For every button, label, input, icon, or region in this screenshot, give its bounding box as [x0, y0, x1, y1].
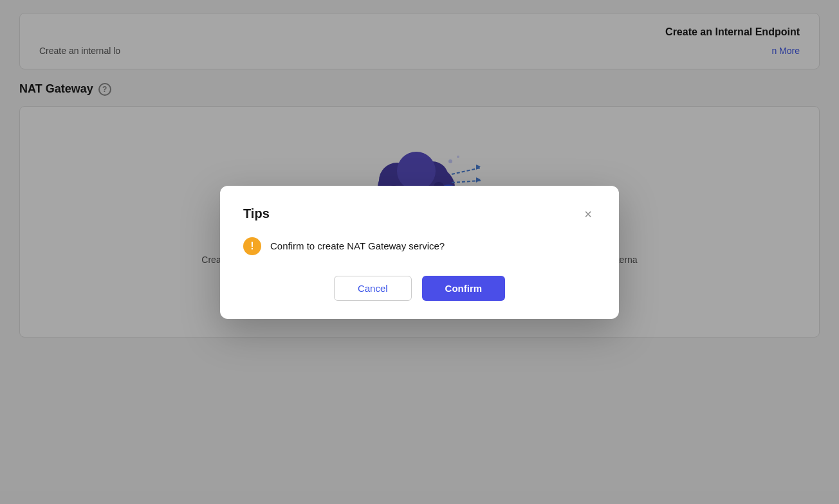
modal-footer: Cancel Confirm: [243, 276, 596, 301]
cancel-button[interactable]: Cancel: [334, 276, 412, 301]
modal-title: Tips: [243, 206, 270, 221]
modal-close-button[interactable]: ×: [580, 206, 596, 222]
warning-icon: !: [243, 237, 261, 255]
modal-body: ! Confirm to create NAT Gateway service?: [243, 237, 596, 255]
modal-message: Confirm to create NAT Gateway service?: [270, 240, 445, 251]
tips-modal: Tips × ! Confirm to create NAT Gateway s…: [220, 186, 619, 319]
modal-header: Tips ×: [243, 206, 596, 222]
modal-overlay: Tips × ! Confirm to create NAT Gateway s…: [0, 0, 839, 504]
confirm-button[interactable]: Confirm: [422, 276, 506, 301]
